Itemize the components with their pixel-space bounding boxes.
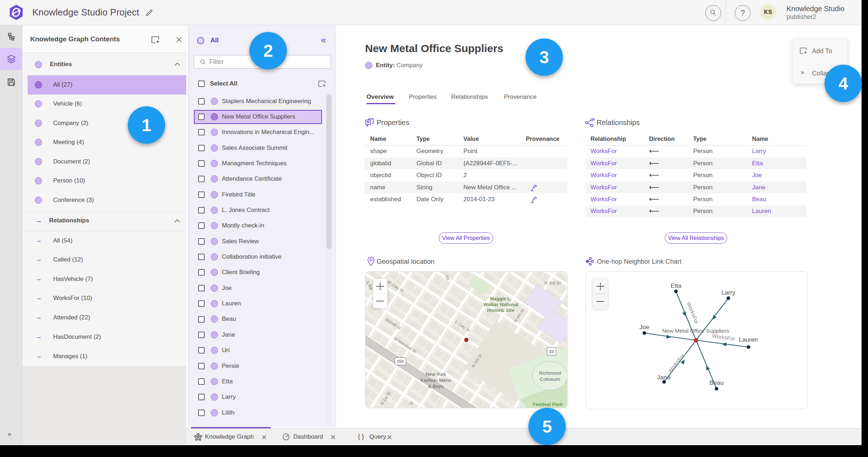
svg-text:New Metal Office Suppliers: New Metal Office Suppliers [662,328,729,334]
svg-text:Lauren: Lauren [739,336,758,343]
svg-text:& Boys: & Boys [428,384,444,389]
svg-text:Beau: Beau [709,379,724,386]
svg-text:Etta: Etta [671,282,682,289]
svg-text:Festival Park: Festival Park [533,402,563,407]
svg-text:250: 250 [397,359,403,364]
svg-text:Historic Site: Historic Site [487,308,514,313]
svg-text:Fashion Mens: Fashion Mens [421,378,451,383]
svg-text:Larry: Larry [722,289,736,296]
svg-text:Richmond: Richmond [539,370,561,376]
svg-text:Joe: Joe [639,324,649,331]
svg-text:33: 33 [549,349,554,354]
svg-text:WorksFor: WorksFor [712,333,736,342]
svg-text:Maggie L.: Maggie L. [490,296,512,301]
svg-text:Walker National: Walker National [483,302,518,307]
svg-text:Jane: Jane [657,374,671,381]
svg-text:Coliseum: Coliseum [540,377,560,382]
svg-text:New York: New York [425,371,446,377]
svg-text:N 3rd St: N 3rd St [544,281,561,286]
